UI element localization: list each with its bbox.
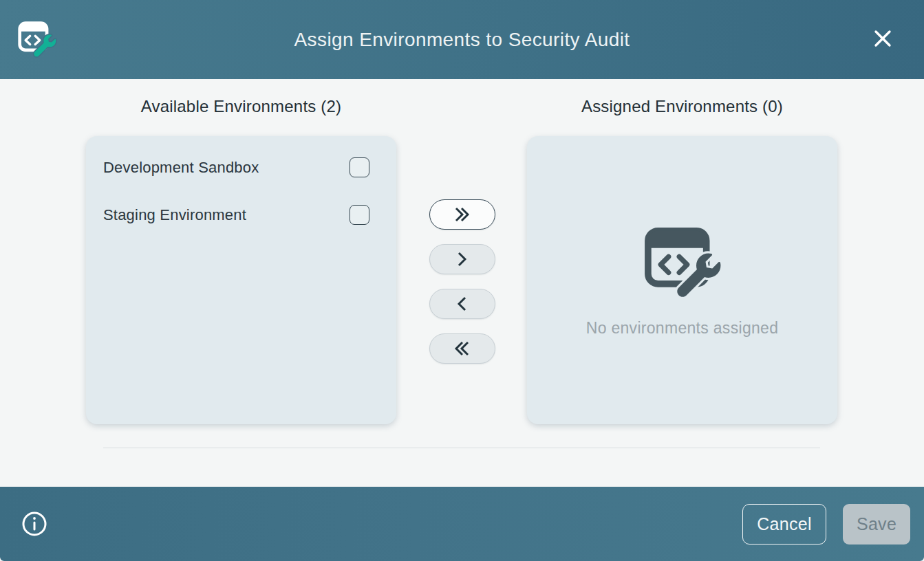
app-logo-code-wrench-icon bbox=[17, 18, 58, 60]
double-chevron-left-icon bbox=[452, 340, 473, 357]
dialog-header: Assign Environments to Security Audit bbox=[0, 0, 924, 79]
assigned-environments-heading: Assigned Environments (0) bbox=[527, 97, 837, 116]
move-all-left-button[interactable] bbox=[429, 333, 495, 364]
assign-environments-dialog: Assign Environments to Security Audit Av… bbox=[0, 0, 924, 561]
available-environments-panel: Development Sandbox Staging Environment bbox=[86, 136, 396, 424]
chevron-right-icon bbox=[452, 251, 473, 267]
double-chevron-right-icon bbox=[452, 206, 473, 223]
list-item-staging-environment[interactable]: Staging Environment bbox=[103, 205, 369, 225]
close-icon bbox=[872, 28, 894, 50]
cancel-button[interactable]: Cancel bbox=[742, 504, 826, 544]
list-item-development-sandbox[interactable]: Development Sandbox bbox=[103, 157, 369, 177]
chevron-left-icon bbox=[452, 296, 473, 312]
info-button[interactable] bbox=[19, 509, 50, 539]
environment-checkbox[interactable] bbox=[350, 205, 369, 225]
environment-label: Development Sandbox bbox=[103, 159, 259, 177]
close-button[interactable] bbox=[866, 22, 899, 55]
move-left-button[interactable] bbox=[429, 289, 495, 319]
code-window-wrench-icon bbox=[642, 227, 723, 300]
move-right-button[interactable] bbox=[429, 244, 495, 274]
dialog-title: Assign Environments to Security Audit bbox=[0, 29, 924, 51]
empty-state-message: No environments assigned bbox=[586, 319, 779, 338]
dialog-footer: Cancel Save bbox=[0, 487, 924, 561]
transfer-controls bbox=[429, 199, 495, 364]
footer-divider bbox=[103, 448, 820, 448]
info-icon bbox=[21, 511, 47, 537]
environment-label: Staging Environment bbox=[103, 206, 246, 224]
empty-state: No environments assigned bbox=[527, 136, 837, 424]
available-environments-heading: Available Environments (2) bbox=[86, 97, 396, 116]
move-all-right-button[interactable] bbox=[429, 199, 495, 230]
save-button[interactable]: Save bbox=[843, 504, 910, 544]
environment-checkbox[interactable] bbox=[350, 157, 369, 177]
available-environments-list: Development Sandbox Staging Environment bbox=[86, 136, 396, 225]
assigned-environments-panel: No environments assigned bbox=[527, 136, 837, 424]
